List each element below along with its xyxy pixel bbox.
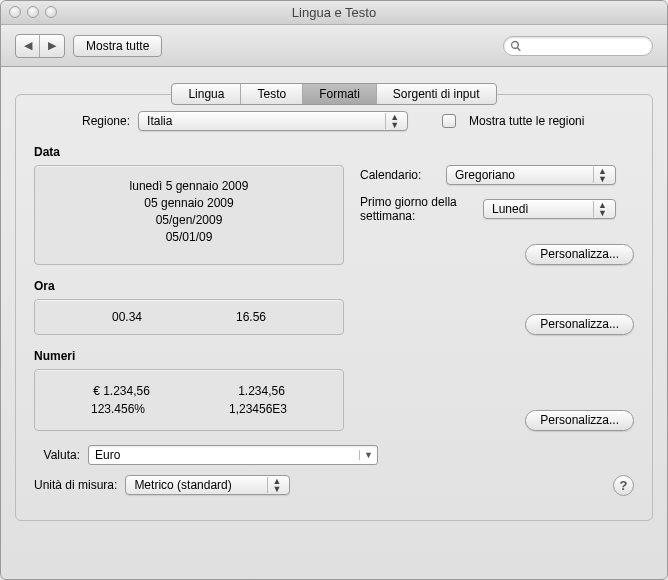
region-value: Italia [147, 114, 172, 128]
calendar-value: Gregoriano [455, 168, 515, 182]
formats-panel: Regione: Italia ▲▼ Mostra tutte le regio… [15, 94, 653, 521]
updown-icon: ▲▼ [385, 113, 403, 129]
numbers-section-title: Numeri [34, 349, 634, 363]
tab-bar: Lingua Testo Formati Sorgenti di input [171, 83, 496, 105]
tab-sorgenti[interactable]: Sorgenti di input [377, 84, 496, 104]
minimize-button[interactable] [27, 6, 39, 18]
first-day-label: Primo giorno della settimana: [360, 195, 475, 224]
numbers-decimal-sample: 1.234,56 [238, 384, 285, 398]
time-sample-box: 00.34 16.56 [34, 299, 344, 335]
customize-time-label: Personalizza... [540, 317, 619, 331]
content-area: Lingua Testo Formati Sorgenti di input R… [1, 67, 667, 535]
show-all-button[interactable]: Mostra tutte [73, 35, 162, 57]
currency-combo[interactable]: Euro ▼ [88, 445, 378, 465]
customize-numbers-label: Personalizza... [540, 413, 619, 427]
forward-button[interactable]: ▶ [40, 35, 64, 57]
date-sample-box: lunedì 5 gennaio 2009 05 gennaio 2009 05… [34, 165, 344, 265]
window-controls [9, 6, 57, 18]
first-day-select[interactable]: Lunedì ▲▼ [483, 199, 616, 219]
region-select[interactable]: Italia ▲▼ [138, 111, 408, 131]
tab-testo[interactable]: Testo [241, 84, 303, 104]
time-sample-0: 00.34 [112, 310, 142, 324]
preferences-window: Lingua e Testo ◀ ▶ Mostra tutte Lingua T… [0, 0, 668, 580]
numbers-section: Numeri € 1.234,56 1.234,56 123.456% 1,23… [34, 349, 634, 431]
time-section: Ora 00.34 16.56 Personalizza... [34, 279, 634, 335]
show-all-label: Mostra tutte [86, 39, 149, 53]
show-all-regions-label: Mostra tutte le regioni [469, 114, 584, 128]
updown-icon: ▲▼ [593, 201, 611, 217]
show-all-regions-checkbox[interactable] [442, 114, 456, 128]
tab-formati[interactable]: Formati [303, 84, 377, 104]
first-day-value: Lunedì [492, 202, 529, 216]
titlebar: Lingua e Testo [1, 1, 667, 25]
calendar-select[interactable]: Gregoriano ▲▼ [446, 165, 616, 185]
date-sample-medium: 05/gen/2009 [49, 213, 329, 227]
numbers-sample-box: € 1.234,56 1.234,56 123.456% 1,23456E3 [34, 369, 344, 431]
customize-date-label: Personalizza... [540, 247, 619, 261]
region-label: Regione: [82, 114, 130, 128]
date-sample-long: 05 gennaio 2009 [49, 196, 329, 210]
calendar-label: Calendario: [360, 168, 438, 182]
search-input[interactable] [503, 36, 653, 56]
nav-buttons: ◀ ▶ [15, 34, 65, 58]
units-label: Unità di misura: [34, 478, 117, 492]
close-button[interactable] [9, 6, 21, 18]
numbers-scientific-sample: 1,23456E3 [229, 402, 287, 416]
zoom-button[interactable] [45, 6, 57, 18]
customize-time-button[interactable]: Personalizza... [525, 314, 634, 335]
dropdown-icon: ▼ [359, 450, 377, 460]
search-icon [510, 40, 522, 52]
region-row: Regione: Italia ▲▼ Mostra tutte le regio… [82, 111, 634, 131]
window-title: Lingua e Testo [1, 5, 667, 20]
units-value: Metrico (standard) [134, 478, 231, 492]
help-icon: ? [620, 478, 628, 493]
updown-icon: ▲▼ [267, 477, 285, 493]
units-select[interactable]: Metrico (standard) ▲▼ [125, 475, 290, 495]
customize-date-button[interactable]: Personalizza... [525, 244, 634, 265]
tab-lingua[interactable]: Lingua [172, 84, 241, 104]
date-section: Data lunedì 5 gennaio 2009 05 gennaio 20… [34, 145, 634, 265]
date-section-title: Data [34, 145, 634, 159]
updown-icon: ▲▼ [593, 167, 611, 183]
customize-numbers-button[interactable]: Personalizza... [525, 410, 634, 431]
back-button[interactable]: ◀ [16, 35, 40, 57]
date-sample-full: lunedì 5 gennaio 2009 [49, 179, 329, 193]
help-button[interactable]: ? [613, 475, 634, 496]
numbers-percent-sample: 123.456% [91, 402, 145, 416]
date-sample-short: 05/01/09 [49, 230, 329, 244]
toolbar: ◀ ▶ Mostra tutte [1, 25, 667, 67]
currency-value: Euro [95, 448, 120, 462]
currency-label: Valuta: [34, 448, 80, 462]
time-sample-1: 16.56 [236, 310, 266, 324]
numbers-currency-sample: € 1.234,56 [93, 384, 150, 398]
time-section-title: Ora [34, 279, 634, 293]
